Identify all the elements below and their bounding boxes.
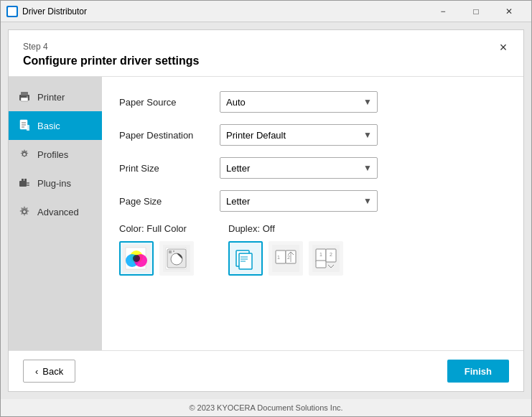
main-window: Driver Distributor − □ ✕ Step 4 Configur…	[0, 0, 532, 417]
paper-source-row: Paper Source Auto Cassette 1 Cassette 2 …	[119, 91, 506, 113]
printer-icon	[17, 90, 32, 104]
finish-button[interactable]: Finish	[447, 360, 509, 383]
svg-text:1: 1	[319, 252, 322, 257]
gear-icon	[17, 147, 32, 161]
svg-rect-2	[21, 92, 28, 95]
svg-rect-15	[27, 182, 29, 184]
duplex-icons: 1 2	[228, 241, 343, 276]
duplex-off-button[interactable]	[228, 241, 263, 276]
page-size-row: Page Size Letter A4 Legal Executive ▼	[119, 190, 506, 212]
paper-destination-select-wrapper: Printer Default Face Down Face Up ▼	[220, 124, 378, 146]
sidebar-plugins-label: Plug-ins	[37, 178, 71, 189]
duplex-label: Duplex: Off	[228, 223, 343, 234]
sidebar-printer-label: Printer	[37, 92, 65, 103]
app-title: Driver Distributor	[22, 6, 426, 17]
svg-rect-3	[21, 98, 28, 101]
title-bar: Driver Distributor − □ ✕	[1, 1, 531, 22]
back-button[interactable]: ‹ Back	[23, 360, 75, 383]
sidebar-advanced-label: Advanced	[37, 207, 79, 217]
back-arrow-icon: ‹	[35, 366, 38, 377]
svg-text:2: 2	[287, 255, 290, 260]
color-label: Color: Full Color	[119, 223, 194, 234]
svg-point-18	[23, 210, 26, 213]
sidebar-profiles-label: Profiles	[37, 149, 68, 160]
options-section: Color: Full Color	[119, 223, 506, 276]
bottom-bar: © 2023 KYOCERA Document Solutions Inc.	[1, 399, 531, 416]
paper-source-label: Paper Source	[119, 97, 220, 108]
color-option-group: Color: Full Color	[119, 223, 194, 276]
svg-text:1: 1	[277, 255, 280, 260]
paper-destination-row: Paper Destination Printer Default Face D…	[119, 124, 506, 146]
paper-source-select-wrapper: Auto Cassette 1 Cassette 2 Manual Feed ▼	[220, 91, 378, 113]
document-icon	[17, 118, 32, 133]
advanced-icon	[17, 205, 32, 219]
svg-rect-12	[19, 181, 27, 187]
copyright-text: © 2023 KYOCERA Document Solutions Inc.	[189, 403, 342, 412]
svg-point-4	[27, 96, 28, 98]
duplex-off-icon	[232, 245, 259, 272]
svg-rect-45	[316, 261, 326, 268]
dialog-title: Configure printer driver settings	[23, 55, 509, 67]
color-bw-icon	[163, 245, 190, 272]
svg-rect-14	[24, 179, 27, 182]
dialog-body: Printer Basic	[9, 77, 523, 350]
duplex-short-button[interactable]: 1 2	[309, 241, 343, 276]
svg-rect-16	[27, 184, 29, 186]
sidebar-item-plugins[interactable]: Plug-ins	[9, 169, 102, 197]
sidebar-item-profiles[interactable]: Profiles	[9, 140, 102, 169]
duplex-short-icon: 1 2	[312, 245, 340, 272]
print-size-select[interactable]: Letter A4 Legal Executive	[220, 157, 378, 179]
dialog-step: Step 4	[23, 42, 509, 52]
dialog-header: Step 4 Configure printer driver settings…	[9, 30, 523, 77]
svg-rect-30	[173, 250, 174, 252]
dialog: Step 4 Configure printer driver settings…	[8, 29, 524, 392]
svg-rect-0	[8, 7, 17, 16]
window-content: Step 4 Configure printer driver settings…	[1, 22, 531, 399]
color-full-icon	[123, 245, 150, 272]
paper-source-select[interactable]: Auto Cassette 1 Cassette 2 Manual Feed	[220, 91, 378, 113]
svg-rect-29	[169, 250, 172, 253]
window-close-button[interactable]: ✕	[493, 1, 526, 22]
svg-point-11	[23, 153, 26, 156]
svg-rect-13	[22, 179, 24, 182]
options-row: Color: Full Color	[119, 223, 506, 276]
plugin-icon	[17, 176, 32, 190]
page-size-label: Page Size	[119, 196, 220, 207]
main-content: Paper Source Auto Cassette 1 Cassette 2 …	[102, 77, 523, 350]
print-size-label: Print Size	[119, 163, 220, 174]
print-size-row: Print Size Letter A4 Legal Executive ▼	[119, 157, 506, 179]
window-controls: − □ ✕	[426, 1, 526, 22]
paper-destination-label: Paper Destination	[119, 130, 220, 141]
app-icon	[6, 6, 18, 17]
dialog-footer: ‹ Back Finish	[9, 350, 523, 391]
paper-destination-select[interactable]: Printer Default Face Down Face Up	[220, 124, 378, 146]
duplex-long-button[interactable]: 1 2	[269, 241, 303, 276]
dialog-close-button[interactable]: ×	[495, 39, 512, 56]
sidebar-item-printer[interactable]: Printer	[9, 83, 102, 111]
back-label: Back	[42, 366, 63, 377]
duplex-option-group: Duplex: Off	[228, 223, 343, 276]
svg-rect-9	[27, 125, 29, 131]
svg-point-24	[133, 255, 140, 262]
color-full-button[interactable]	[119, 241, 154, 276]
sidebar-item-basic[interactable]: Basic	[9, 111, 102, 140]
color-bw-button[interactable]	[159, 241, 194, 276]
sidebar-item-advanced[interactable]: Advanced	[9, 197, 102, 226]
print-size-select-wrapper: Letter A4 Legal Executive ▼	[220, 157, 378, 179]
page-size-select[interactable]: Letter A4 Legal Executive	[220, 190, 378, 212]
page-size-select-wrapper: Letter A4 Legal Executive ▼	[220, 190, 378, 212]
sidebar: Printer Basic	[9, 77, 102, 350]
minimize-button[interactable]: −	[426, 1, 459, 22]
maximize-button[interactable]: □	[459, 1, 493, 22]
svg-text:2: 2	[330, 252, 332, 257]
sidebar-basic-label: Basic	[37, 121, 60, 131]
color-icons	[119, 241, 194, 276]
duplex-long-icon: 1 2	[272, 245, 299, 272]
